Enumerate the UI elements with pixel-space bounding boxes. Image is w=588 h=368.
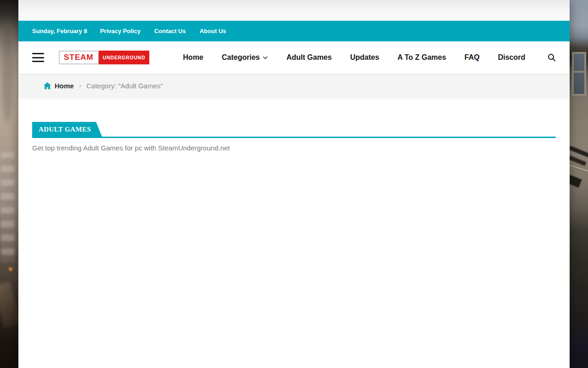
nav-item-home[interactable]: Home: [183, 53, 203, 62]
chevron-down-icon: [263, 56, 268, 59]
main-navbar: STEAM UNDERGROUND Home Categories Adult …: [18, 41, 570, 74]
topbar-link-contact-us[interactable]: Contact Us: [154, 28, 186, 34]
nav-item-label: Updates: [350, 53, 379, 62]
nav-item-a-to-z-games[interactable]: A To Z Games: [397, 53, 446, 62]
breadcrumb-home-link[interactable]: Home: [44, 82, 74, 90]
background-tower-shape: [2, 23, 13, 122]
background-scaffold-shape: [1, 152, 15, 262]
logo-steam-text: STEAM: [59, 51, 99, 64]
nav-item-categories[interactable]: Categories: [222, 53, 268, 62]
topbar-link-privacy-policy[interactable]: Privacy Policy: [100, 28, 141, 34]
background-cable-shape: [570, 164, 588, 172]
logo-underground-text: UNDERGROUND: [99, 51, 150, 64]
section-description: Get top trending Adult Games for pc with…: [32, 144, 556, 152]
background-beam-shape: [570, 146, 588, 158]
section-title-badge: ADULT GAMES: [32, 122, 102, 137]
date-text: Sunday, February 8: [32, 28, 87, 34]
nav-item-adult-games[interactable]: Adult Games: [286, 53, 332, 62]
nav-item-discord[interactable]: Discord: [498, 53, 526, 62]
nav-item-updates[interactable]: Updates: [350, 53, 379, 62]
breadcrumb-current: Category: "Adult Games": [86, 82, 163, 90]
hamburger-menu-button[interactable]: [32, 53, 44, 62]
breadcrumb-home-label: Home: [55, 82, 74, 90]
main-content: ADULT GAMES Get top trending Adult Games…: [18, 98, 570, 368]
page-root: Sunday, February 8 Privacy Policy Contac…: [0, 0, 588, 368]
home-icon: [44, 82, 51, 89]
nav-item-label: Adult Games: [286, 53, 332, 62]
nav-item-faq[interactable]: FAQ: [464, 53, 480, 62]
background-window-mullion: [574, 71, 584, 73]
background-rubble-shape: [0, 282, 18, 328]
hamburger-icon: [32, 53, 44, 54]
site-logo[interactable]: STEAM UNDERGROUND: [59, 51, 149, 64]
nav-item-label: A To Z Games: [397, 53, 446, 62]
topbar-link-about-us[interactable]: About Us: [199, 28, 226, 34]
background-art-left: [0, 0, 18, 368]
nav-item-label: FAQ: [464, 53, 480, 62]
breadcrumb-separator: ›: [79, 81, 81, 90]
topbar: Sunday, February 8 Privacy Policy Contac…: [18, 21, 570, 41]
site-page: Sunday, February 8 Privacy Policy Contac…: [18, 0, 570, 368]
section-title-underline: [32, 137, 556, 138]
search-button[interactable]: [548, 53, 556, 62]
search-icon: [548, 53, 556, 62]
background-art-right: [570, 0, 588, 368]
background-light-glint: [8, 267, 13, 271]
section-header: ADULT GAMES: [32, 122, 556, 138]
background-window-shape: [572, 52, 586, 96]
nav-item-label: Categories: [222, 53, 260, 62]
nav-item-label: Discord: [498, 53, 526, 62]
breadcrumb: Home › Category: "Adult Games": [18, 74, 570, 98]
nav-item-label: Home: [183, 53, 203, 62]
top-spacer: [18, 0, 570, 21]
nav-menu: Home Categories Adult Games Updates A To…: [183, 53, 525, 62]
topbar-links: Privacy Policy Contact Us About Us: [100, 28, 226, 34]
